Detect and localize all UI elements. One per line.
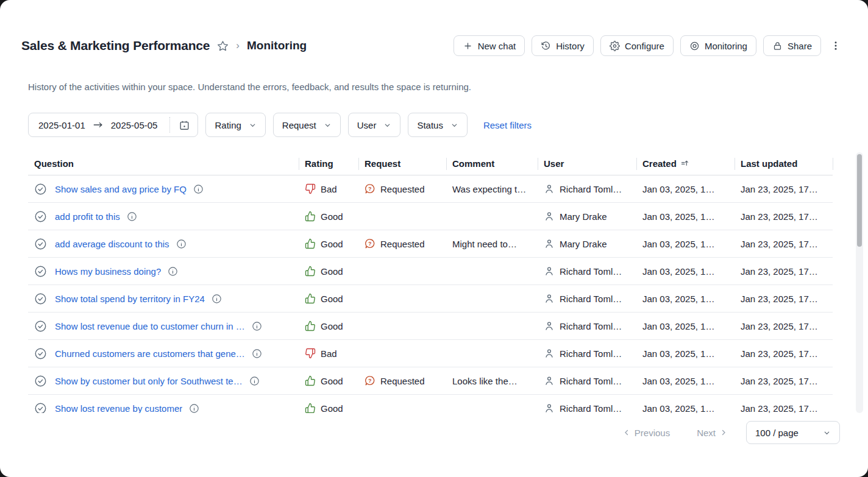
column-header-request[interactable]: Request xyxy=(358,152,446,175)
column-header-created[interactable]: Created xyxy=(636,152,735,175)
user-cell: Mary Drake xyxy=(538,238,636,249)
request-filter[interactable]: Request xyxy=(273,113,341,137)
info-icon[interactable] xyxy=(127,211,137,222)
question-cell: Show lost revenue by customer xyxy=(28,402,299,414)
info-icon[interactable] xyxy=(252,348,262,359)
question-link[interactable]: add profit to this xyxy=(55,211,120,222)
vertical-scrollbar xyxy=(856,152,863,413)
info-icon[interactable] xyxy=(168,266,178,277)
favorite-star-icon[interactable] xyxy=(217,40,229,52)
info-icon[interactable] xyxy=(176,239,187,249)
updated-cell: Jan 23, 2025, 17… xyxy=(735,376,833,386)
user-cell: Mary Drake xyxy=(538,211,636,222)
activity-table: Question Rating Request Comment User Cre… xyxy=(28,152,863,413)
updated-cell: Jan 23, 2025, 17… xyxy=(735,294,833,304)
info-icon[interactable] xyxy=(189,403,199,414)
rating-filter[interactable]: Rating xyxy=(205,113,265,137)
table-row: add profit to this Good Mary Drake xyxy=(28,203,833,230)
info-icon[interactable] xyxy=(249,376,260,386)
page-header: Sales & Marketing Performance › Monitori… xyxy=(0,0,868,56)
thumbs-down-icon xyxy=(305,183,316,194)
status-filter[interactable]: Status xyxy=(408,113,468,137)
thumbs-up-icon xyxy=(305,266,316,277)
more-options-kebab-icon[interactable] xyxy=(828,40,844,52)
question-link[interactable]: add average discount to this xyxy=(55,239,169,249)
chevron-down-icon xyxy=(249,121,257,129)
question-link[interactable]: Show lost revenue due to customer churn … xyxy=(55,321,245,331)
column-header-last-updated[interactable]: Last updated xyxy=(735,152,833,175)
info-icon[interactable] xyxy=(212,294,222,304)
rating-label: Good xyxy=(321,294,343,304)
question-link[interactable]: Hows my business doing? xyxy=(55,266,161,277)
new-chat-button[interactable]: New chat xyxy=(454,35,525,56)
rating-cell: Bad xyxy=(299,348,358,359)
updated-cell: Jan 23, 2025, 17… xyxy=(735,321,833,331)
thumbs-up-icon xyxy=(305,211,316,222)
column-header-question[interactable]: Question xyxy=(28,152,299,175)
previous-page-button[interactable]: Previous xyxy=(622,428,670,438)
user-name: Richard Toml… xyxy=(560,376,622,386)
created-cell: Jan 03, 2025, 1… xyxy=(636,184,735,194)
calendar-icon[interactable] xyxy=(179,119,190,131)
history-button[interactable]: History xyxy=(532,35,594,56)
rating-cell: Good xyxy=(299,320,358,331)
table-row: Show lost revenue by customer Good Richa… xyxy=(28,395,833,413)
date-range-picker[interactable]: 2025-01-01 2025-05-05 xyxy=(28,113,198,137)
share-button[interactable]: Share xyxy=(763,35,821,56)
header-actions: New chat History Configure Monitoring xyxy=(454,35,844,56)
question-link[interactable]: Show total spend by territory in FY24 xyxy=(55,294,205,304)
request-label: Requested xyxy=(380,376,425,386)
check-circle-icon xyxy=(34,375,47,387)
question-cell: Show total spend by territory in FY24 xyxy=(28,292,299,305)
svg-text:?: ? xyxy=(368,186,371,192)
monitoring-button[interactable]: Monitoring xyxy=(680,35,756,56)
date-from: 2025-01-01 xyxy=(38,120,85,130)
check-circle-icon xyxy=(34,347,47,360)
updated-cell: Jan 23, 2025, 17… xyxy=(735,403,833,414)
user-cell: Richard Toml… xyxy=(538,266,636,277)
updated-cell: Jan 23, 2025, 17… xyxy=(735,184,833,194)
reset-filters-link[interactable]: Reset filters xyxy=(483,120,532,130)
thumbs-up-icon xyxy=(305,375,316,386)
question-cell: Show by customer but only for Southwest … xyxy=(28,375,299,387)
question-cell: Hows my business doing? xyxy=(28,265,299,278)
info-icon[interactable] xyxy=(252,321,262,331)
scrollbar-thumb[interactable] xyxy=(857,154,862,247)
svg-text:?: ? xyxy=(368,241,371,247)
column-header-user[interactable]: User xyxy=(538,152,636,175)
user-icon xyxy=(544,403,555,413)
next-page-button[interactable]: Next xyxy=(697,428,728,438)
rating-cell: Good xyxy=(299,293,358,304)
chevron-left-icon xyxy=(622,428,631,437)
info-icon[interactable] xyxy=(193,184,204,194)
user-icon xyxy=(544,211,555,222)
rating-label: Bad xyxy=(321,348,337,359)
thumbs-up-icon xyxy=(305,293,316,304)
column-header-comment[interactable]: Comment xyxy=(446,152,538,175)
page-description: History of the activities within your sp… xyxy=(28,82,840,92)
created-cell: Jan 03, 2025, 1… xyxy=(636,376,735,386)
configure-button[interactable]: Configure xyxy=(600,35,674,56)
user-cell: Richard Toml… xyxy=(538,403,636,413)
column-header-rating[interactable]: Rating xyxy=(299,152,358,175)
table-row: Hows my business doing? Good Richard Tom… xyxy=(28,258,833,285)
table-header-row: Question Rating Request Comment User Cre… xyxy=(28,152,833,175)
question-link[interactable]: Show by customer but only for Southwest … xyxy=(55,376,243,386)
rating-cell: Good xyxy=(299,238,358,249)
user-icon xyxy=(544,238,555,249)
request-cell: ? Requested xyxy=(358,238,446,249)
user-icon xyxy=(544,320,555,331)
question-link[interactable]: Churned customers are customers that gen… xyxy=(55,348,245,359)
chevron-right-icon xyxy=(719,428,728,437)
request-label: Requested xyxy=(380,184,425,194)
comment-cell: Was expecting t… xyxy=(446,184,538,194)
question-cell: Show lost revenue due to customer churn … xyxy=(28,320,299,333)
comment-cell: Looks like the… xyxy=(446,376,538,386)
user-filter[interactable]: User xyxy=(348,113,401,137)
page-size-select[interactable]: 100 / page xyxy=(746,421,840,444)
rating-cell: Good xyxy=(299,266,358,277)
question-link[interactable]: Show sales and avg price by FQ xyxy=(55,184,187,194)
request-cell: ? Requested xyxy=(358,375,446,386)
question-link[interactable]: Show lost revenue by customer xyxy=(55,403,182,414)
user-icon xyxy=(544,293,555,304)
